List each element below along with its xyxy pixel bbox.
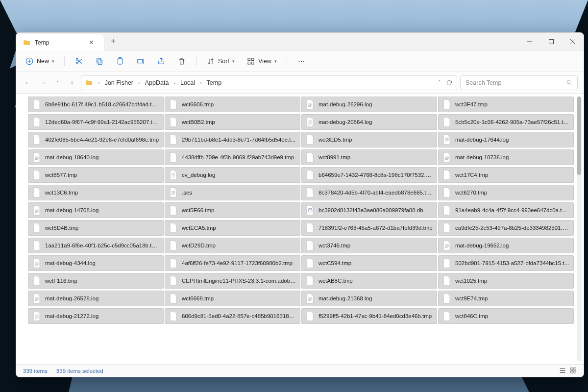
share-button[interactable] [153, 55, 170, 68]
file-item[interactable]: mat-debug-19652.log [438, 238, 574, 253]
file-name: CEPHtmlEngine11-PHXS-23.3.1-com.adobe... [182, 278, 296, 284]
file-item[interactable]: wct1025.tmp [438, 273, 574, 289]
breadcrumb[interactable]: › Jon Fisher › AppData › Local › Temp ˅ [81, 75, 457, 90]
file-item[interactable]: 4af6ff26-fe73-4e92-9117-1723f60980b2.tmp [165, 255, 300, 271]
folder-icon [85, 79, 93, 87]
svg-rect-19 [574, 368, 576, 369]
file-item[interactable]: wct13C6.tmp [28, 185, 164, 200]
file-item[interactable]: wct3ED5.tmp [301, 132, 437, 147]
address-bar-row: ← → ˅ ↑ › Jon Fisher › AppData › Local ›… [16, 72, 584, 94]
file-item[interactable]: CEPHtmlEngine11-PHXS-23.3.1-com.adobe... [165, 273, 300, 289]
file-name: mat-debug-20864.log [318, 119, 372, 125]
crumb-3[interactable]: Temp [207, 79, 222, 86]
refresh-icon[interactable] [446, 79, 453, 86]
file-item[interactable]: wct6668.tmp [165, 291, 300, 306]
file-item[interactable]: 502bd901-7915-4153-a527-bfda7344bc15.t..… [438, 255, 574, 271]
file-item[interactable]: wctC594.tmp [301, 255, 437, 271]
file-item[interactable]: mat-debug-21368.log [301, 291, 437, 306]
chevron-down-icon[interactable]: ˅ [438, 79, 441, 86]
file-item[interactable]: mat-debug-4344.log [28, 255, 164, 271]
svg-rect-11 [248, 62, 250, 64]
file-item[interactable]: wct5D4B.tmp [28, 220, 164, 236]
file-item[interactable]: wctF116.tmp [28, 273, 164, 289]
search-input[interactable]: Search Temp [460, 75, 578, 90]
view-button[interactable]: View ▾ [243, 55, 281, 68]
file-item[interactable]: ca9dfe25-2c53-497a-8b25-de3334982501.tmp [438, 220, 574, 236]
crumb-1[interactable]: AppData [145, 79, 169, 86]
file-item[interactable]: wct9E74.tmp [438, 291, 574, 306]
file-item[interactable]: 606d9c81-5ed0-4a22-857e-c485b9016318.t..… [165, 308, 300, 324]
file-item[interactable]: 718391f2-e763-45a5-a672-d1ba7fefd39d.tmp [301, 220, 437, 236]
file-name: mat-debug-21368.log [318, 295, 372, 301]
file-item[interactable]: 29b711bd-b8e1-4dd3-8c71-7d64fb5d54ee.t..… [165, 132, 300, 147]
file-item[interactable]: 1aa211a9-6f6e-40f1-b25c-c5d9cc05a18b.tmp [28, 238, 164, 253]
new-tab-button[interactable]: + [104, 33, 122, 50]
delete-button[interactable] [173, 55, 190, 68]
scrollbar-thumb[interactable] [577, 97, 581, 175]
recent-button[interactable]: ˅ [51, 80, 63, 85]
maximize-button[interactable] [540, 33, 562, 50]
file-item[interactable]: wctB0B2.tmp [165, 114, 300, 130]
file-item[interactable]: mat-debug-17644.log [438, 132, 574, 147]
file-name: wct9E74.tmp [455, 295, 488, 301]
crumb-2[interactable]: Local [180, 79, 195, 86]
back-button[interactable]: ← [22, 79, 34, 87]
close-window-button[interactable] [562, 33, 584, 50]
file-item[interactable]: mat-debug-26296.log [301, 97, 437, 112]
file-name: wct3746.tmp [318, 243, 350, 248]
file-item[interactable]: wct5E66.tmp [165, 202, 300, 218]
file-item[interactable]: b64659e7-1432-4768-8c8a-198c170f7532.tmp [301, 167, 437, 183]
details-view-button[interactable] [559, 367, 566, 375]
file-item[interactable]: wct6270.tmp [438, 185, 574, 200]
forward-button[interactable]: → [37, 79, 49, 87]
file-item[interactable]: wct8991.tmp [301, 149, 437, 165]
file-item[interactable]: 4438dffb-709e-4f3b-9069-f29ab743d9e9.tmp [165, 149, 300, 165]
file-item[interactable]: wctAB8C.tmp [301, 273, 437, 289]
copy-button[interactable] [91, 55, 108, 68]
minimize-button[interactable] [519, 33, 540, 50]
close-tab-icon[interactable]: ✕ [85, 39, 97, 46]
file-item[interactable]: mat-debug-26528.log [28, 291, 164, 306]
thumbnails-view-button[interactable] [570, 367, 577, 375]
scrollbar[interactable] [577, 97, 582, 361]
file-item[interactable]: 5cb5c20e-1c06-4262-905a-73ae57f26c51.tmp [438, 114, 574, 130]
file-name: wct13C6.tmp [45, 190, 78, 196]
file-item[interactable]: mat-debug-21272.log [28, 308, 164, 324]
more-button[interactable] [293, 55, 310, 68]
svg-rect-9 [248, 58, 250, 61]
file-item[interactable]: wctD29D.tmp [165, 238, 300, 253]
crumb-0[interactable]: Jon Fisher [105, 79, 133, 86]
file-item[interactable]: wct17C4.tmp [438, 167, 574, 183]
file-item[interactable]: .ses [165, 185, 300, 200]
file-name: 1aa211a9-6f6e-40f1-b25c-c5d9cc05a18b.tmp [45, 243, 159, 248]
file-item[interactable]: 91a4eab9-4c4a-4f7f-9cc4-993ee647dc0a.tmp [438, 202, 574, 218]
file-item[interactable]: mat-debug-20864.log [301, 114, 437, 130]
file-item[interactable]: 8c378420-4d5b-4f70-abf4-eaedb878e665.tmp [301, 185, 437, 200]
file-item[interactable]: mat-debug-14708.log [28, 202, 164, 218]
file-item[interactable]: mat-debug-10736.log [438, 149, 574, 165]
rename-button[interactable] [132, 55, 149, 68]
new-button[interactable]: New ▾ [21, 55, 58, 68]
up-button[interactable]: ↑ [66, 79, 78, 87]
file-list[interactable]: 6b8e91bc-617f-49c1-b518-c26647cdf4ad.tmp… [16, 94, 584, 364]
file-item[interactable]: 6b8e91bc-617f-49c1-b518-c26647cdf4ad.tmp [28, 97, 164, 112]
file-item[interactable]: 12ded60a-9f67-4c9f-99a1-2142ac955207.tmp [28, 114, 164, 130]
tab-temp[interactable]: Temp ✕ [16, 34, 104, 50]
file-item[interactable]: wct6606.tmp [165, 97, 300, 112]
file-item[interactable]: wctECA5.tmp [165, 220, 300, 236]
paste-button[interactable] [112, 55, 128, 68]
file-item[interactable]: f5299ff5-42b1-47ac-9b41-84ed0cd3e46b.tmp [301, 308, 437, 324]
file-name: 12ded60a-9f67-4c9f-99a1-2142ac955207.tmp [45, 119, 159, 125]
cut-button[interactable] [71, 55, 87, 68]
file-item[interactable]: mat-debug-18640.log [28, 149, 164, 165]
sort-button[interactable]: Sort ▾ [202, 55, 239, 68]
file-name: wctF116.tmp [45, 278, 77, 284]
chevron-right-icon: › [96, 80, 102, 86]
file-item[interactable]: 402fe085-5be4-4e21-92e6-e7efd0af698c.tmp [28, 132, 164, 147]
file-item[interactable]: wct3F47.tmp [438, 97, 574, 112]
file-item[interactable]: cv_debug.log [165, 167, 300, 183]
file-item[interactable]: wct8577.tmp [28, 167, 164, 183]
file-item[interactable]: bc3902d8132f43e3ae086a009979fa88.db [301, 202, 437, 218]
file-item[interactable]: wct3746.tmp [301, 238, 437, 253]
file-item[interactable]: wct846C.tmp [438, 308, 574, 324]
